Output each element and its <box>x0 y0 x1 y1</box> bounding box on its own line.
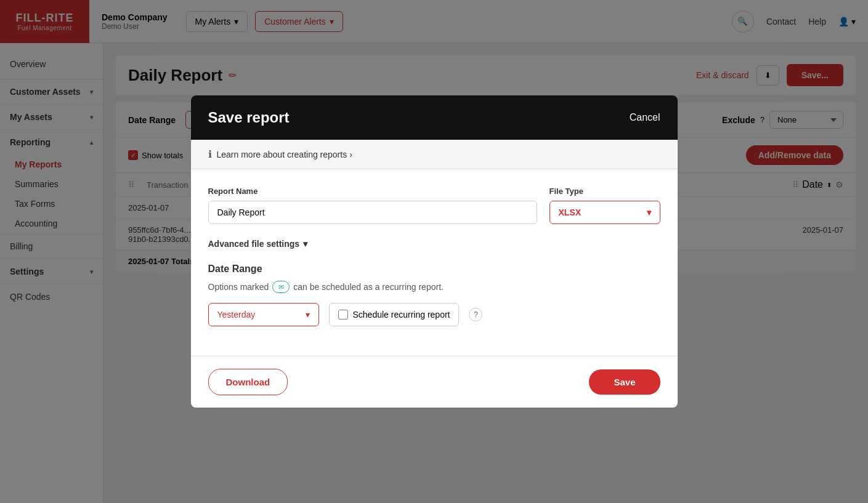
modal-header: Save report Cancel <box>191 95 678 140</box>
modal-cancel-button[interactable]: Cancel <box>630 112 660 123</box>
save-report-modal: Save report Cancel ℹ Learn more about cr… <box>191 95 678 408</box>
scheduling-note: Options marked ✉ can be scheduled as a r… <box>208 281 660 293</box>
date-range-section: Date Range Options marked ✉ can be sched… <box>208 264 660 326</box>
info-icon: ℹ <box>208 148 212 160</box>
chevron-down-icon: ▾ <box>647 207 651 217</box>
modal-title: Save report <box>208 109 290 126</box>
schedule-label: Schedule recurring report <box>353 310 450 320</box>
modal-overlay[interactable]: Save report Cancel ℹ Learn more about cr… <box>0 0 868 503</box>
date-range-select[interactable]: Yesterday ▾ <box>208 303 319 326</box>
advanced-settings-toggle[interactable]: Advanced file settings ▾ <box>208 239 660 249</box>
advanced-settings-label: Advanced file settings <box>208 239 300 249</box>
arrow-icon: › <box>349 150 352 159</box>
modal-body: Report Name File Type XLSX ▾ Advanced fi… <box>191 169 678 356</box>
file-type-group: File Type XLSX ▾ <box>550 187 660 224</box>
chevron-down-icon: ▾ <box>303 239 307 249</box>
modal-save-button[interactable]: Save <box>589 369 660 395</box>
report-name-group: Report Name <box>208 187 537 224</box>
date-range-section-label: Date Range <box>208 264 660 275</box>
file-type-label: File Type <box>550 187 660 196</box>
help-icon[interactable]: ? <box>469 308 482 321</box>
date-range-value: Yesterday <box>217 310 256 320</box>
date-row: Yesterday ▾ Schedule recurring report ? <box>208 303 660 326</box>
report-name-input[interactable] <box>208 201 537 224</box>
schedule-icon: ✉ <box>272 281 290 293</box>
modal-footer: Download Save <box>191 356 678 408</box>
learn-more-link[interactable]: Learn more about creating reports › <box>217 150 352 159</box>
schedule-checkbox-input[interactable] <box>338 310 348 320</box>
schedule-recurring-checkbox[interactable]: Schedule recurring report <box>329 303 460 326</box>
form-row-main: Report Name File Type XLSX ▾ <box>208 187 660 224</box>
chevron-down-icon: ▾ <box>306 310 310 320</box>
modal-info-bar: ℹ Learn more about creating reports › <box>191 140 678 169</box>
file-type-value: XLSX <box>559 207 582 217</box>
download-button[interactable]: Download <box>208 369 288 395</box>
report-name-label: Report Name <box>208 187 537 196</box>
file-type-select[interactable]: XLSX ▾ <box>550 201 660 224</box>
